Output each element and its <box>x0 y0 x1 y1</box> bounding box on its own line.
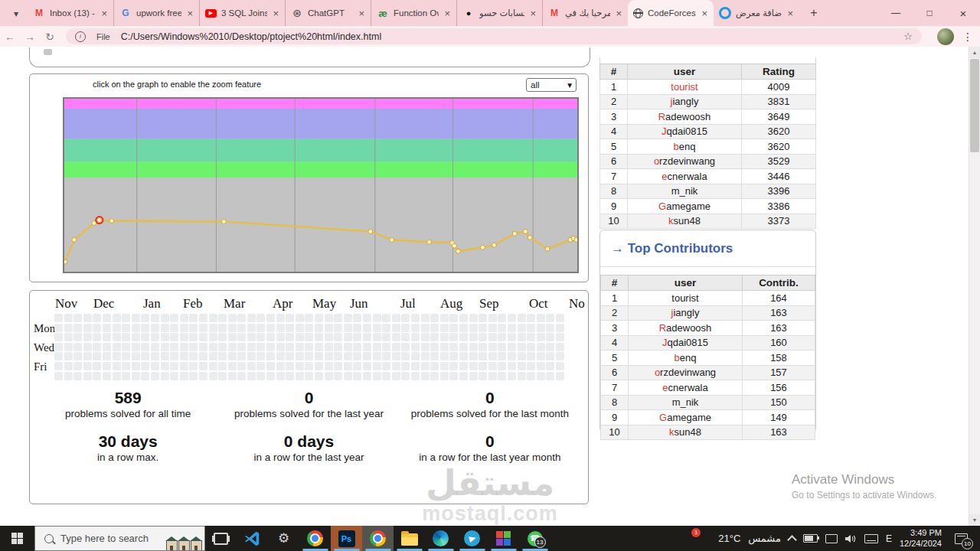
heatmap-cell <box>286 333 294 341</box>
battery-icon[interactable] <box>803 534 818 543</box>
photoshop-button[interactable]: Ps <box>331 526 362 551</box>
temperature-label[interactable]: 21°C <box>718 533 740 544</box>
tab-close-icon[interactable]: × <box>615 8 622 19</box>
user-link[interactable]: m_nik <box>629 395 743 410</box>
user-link[interactable]: ecnerwala <box>628 169 742 184</box>
running-indicator <box>397 549 422 551</box>
user-link[interactable]: jiangly <box>628 94 742 109</box>
tab-close-icon[interactable]: × <box>272 8 279 19</box>
taskbar-search[interactable]: Type here to search <box>34 526 205 551</box>
top-contributors-title[interactable]: → Top Contributors <box>600 230 815 267</box>
new-tab-button[interactable]: + <box>804 3 824 23</box>
profile-avatar[interactable] <box>937 28 954 45</box>
heatmap-cell <box>325 362 333 370</box>
tab-close-icon[interactable]: × <box>443 8 451 19</box>
reload-icon[interactable]: ↻ <box>40 31 60 43</box>
chrome-button[interactable] <box>299 526 331 551</box>
user-link[interactable]: tourist <box>628 80 742 95</box>
user-link[interactable]: orzdevinwang <box>628 154 742 169</box>
tab-close-icon[interactable]: × <box>701 8 708 19</box>
user-link[interactable]: tourist <box>629 291 743 306</box>
clock[interactable]: 3:49 PM 12/24/2024 <box>900 528 942 549</box>
action-center-button[interactable]: 10 <box>949 526 972 551</box>
show-hidden-icons-icon[interactable] <box>787 535 797 545</box>
user-link[interactable]: Jqdai0815 <box>628 124 742 139</box>
display-cast-icon[interactable] <box>825 534 838 543</box>
heatmap-cell <box>488 362 497 370</box>
heatmap-cell <box>276 343 285 351</box>
browser-tab[interactable]: CodeForces× <box>628 0 714 26</box>
browser-tab[interactable]: ⊛ChatGPT× <box>285 0 371 26</box>
file-explorer-button[interactable] <box>394 526 425 551</box>
maximize-button[interactable]: □ <box>913 0 946 26</box>
user-link[interactable]: benq <box>629 350 743 366</box>
user-link[interactable]: Radewoosh <box>629 321 743 336</box>
browser-menu-icon[interactable]: ⋮ <box>960 31 975 43</box>
scrollbar-down-icon[interactable]: ▼ <box>969 514 980 526</box>
user-link[interactable]: Jqdai0815 <box>629 335 743 350</box>
tab-close-icon[interactable]: × <box>100 8 108 19</box>
scrollbar-thumb[interactable] <box>970 59 979 152</box>
user-link[interactable]: ecnerwala <box>629 380 743 396</box>
tab-close-icon[interactable]: × <box>786 8 794 19</box>
whatsapp-button[interactable]: ☎13 <box>519 526 550 551</box>
back-icon[interactable]: ← <box>0 31 20 43</box>
search-highlight-houses-image[interactable] <box>166 540 202 550</box>
forward-icon[interactable]: → <box>20 31 40 43</box>
close-button[interactable]: × <box>946 0 980 26</box>
user-link[interactable]: ksun48 <box>629 425 743 440</box>
url-scheme-chip: File <box>91 31 116 42</box>
browser-tab[interactable]: إضافة معرض× <box>714 0 799 26</box>
heatmap-cell <box>218 314 227 322</box>
telegram-button[interactable] <box>456 526 488 551</box>
range-select[interactable]: all ▾ <box>526 78 577 92</box>
info-icon[interactable]: i <box>75 31 86 42</box>
stats-grid: 589problems solved for all time0problems… <box>38 389 580 464</box>
browser-tab[interactable]: ▶3 SQL Joins,× <box>199 0 285 26</box>
page-scrollbar[interactable]: ▲ ▼ <box>969 47 980 526</box>
url-text[interactable]: C:/Users/Windows%2010/Desktop/ptoject%20… <box>121 31 381 42</box>
stat-item: 0in a row for the last year month <box>400 432 580 464</box>
tab-search-chevron-icon[interactable]: ▾ <box>8 5 24 22</box>
browser-tab[interactable]: Mمرحبا بك في× <box>542 0 628 26</box>
tab-close-icon[interactable]: × <box>358 8 365 19</box>
scrollbar-up-icon[interactable]: ▲ <box>969 47 980 58</box>
volume-icon[interactable] <box>845 534 857 543</box>
user-link[interactable]: jiangly <box>629 305 743 321</box>
browser-tab[interactable]: MInbox (13) - s× <box>28 0 113 26</box>
language-indicator[interactable]: E <box>886 533 892 544</box>
minimize-button[interactable]: — <box>879 0 913 26</box>
weather-button[interactable]: 1 <box>694 530 710 547</box>
heatmap-cell <box>228 314 237 322</box>
heatmap-cell <box>199 324 207 332</box>
heatmap-cell <box>411 362 420 370</box>
browser-tab[interactable]: ●حسابات حسو× <box>456 0 542 26</box>
heatmap-month-label: No <box>569 296 585 311</box>
settings-button[interactable]: ⚙ <box>268 526 299 551</box>
edge-button[interactable] <box>425 526 456 551</box>
user-link[interactable]: Radewoosh <box>628 109 742 125</box>
address-bar[interactable]: i File C:/Users/Windows%2010/Desktop/pto… <box>66 28 922 44</box>
tab-close-icon[interactable]: × <box>529 8 537 19</box>
user-link[interactable]: m_nik <box>628 184 742 199</box>
vscode-button[interactable] <box>237 526 268 551</box>
bookmark-star-icon[interactable]: ☆ <box>903 31 913 42</box>
tab-close-icon[interactable]: × <box>186 8 194 19</box>
app-squares-button[interactable] <box>488 526 519 551</box>
task-view-button[interactable] <box>205 526 237 551</box>
user-link[interactable]: benq <box>628 139 742 155</box>
heatmap-cell <box>479 324 487 332</box>
heatmap-cell <box>276 372 285 380</box>
user-link[interactable]: Gamegame <box>628 199 742 214</box>
user-link[interactable]: Gamegame <box>629 410 743 425</box>
touch-keyboard-icon[interactable] <box>864 534 878 543</box>
rating-chart[interactable] <box>63 97 579 273</box>
user-link[interactable]: orzdevinwang <box>629 365 743 380</box>
start-button[interactable] <box>0 526 34 551</box>
browser-tab[interactable]: Gupwork freel× <box>113 0 199 26</box>
weather-condition-label[interactable]: مشمس <box>748 533 781 544</box>
browser-tab[interactable]: æFunction Ove× <box>371 0 456 26</box>
user-link[interactable]: ksun48 <box>628 214 742 229</box>
chrome-active-button[interactable] <box>362 526 394 551</box>
heatmap-cell <box>199 362 207 370</box>
